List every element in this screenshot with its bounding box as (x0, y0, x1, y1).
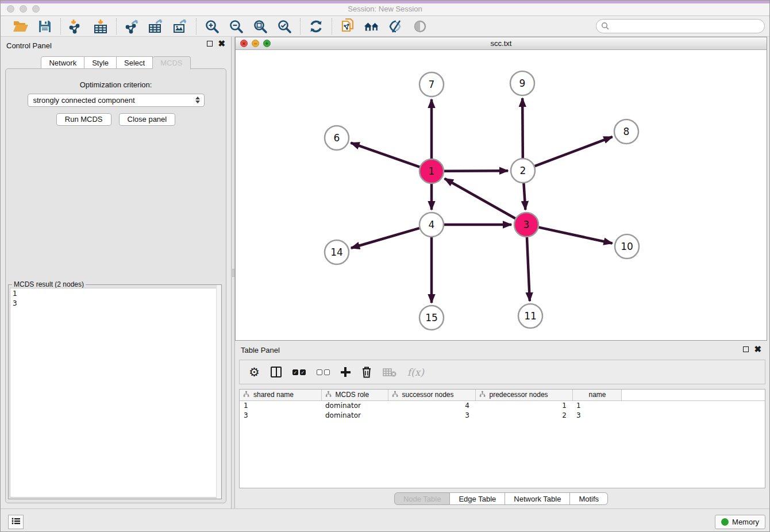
column-header-mcds-role[interactable]: MCDS role (321, 390, 388, 400)
tab-motifs[interactable]: Motifs (570, 492, 608, 505)
search-input[interactable] (596, 19, 765, 33)
tab-network-table[interactable]: Network Table (505, 492, 570, 505)
zoom-out-icon[interactable] (228, 18, 244, 34)
select-all-icon[interactable]: ✓✓ (292, 365, 306, 380)
zoom-selected-icon[interactable] (276, 18, 292, 34)
close-panel-button[interactable]: Close panel (119, 113, 176, 126)
panel-splitter[interactable] (231, 37, 235, 508)
delete-table-icon[interactable] (383, 365, 396, 380)
tab-node-table[interactable]: Node Table (394, 492, 451, 505)
clone-network-icon[interactable] (340, 18, 356, 34)
float-panel-icon[interactable] (207, 41, 213, 47)
cell-successor-nodes[interactable]: 3 (388, 410, 475, 420)
export-network-icon[interactable] (124, 18, 140, 34)
cell-mcds-role[interactable]: dominator (321, 400, 388, 410)
control-panel: Control Panel ✖ Network Style Select MCD… (1, 37, 231, 508)
column-header-predecessor-nodes[interactable]: predecessor nodes (475, 390, 572, 400)
open-session-icon[interactable] (13, 18, 29, 34)
control-panel-title: Control Panel (6, 41, 52, 50)
node-table-container: shared name MCDS role successor nodes pr… (239, 389, 765, 488)
graph-edge-3-11[interactable] (527, 237, 530, 301)
column-header-name[interactable]: name (572, 390, 621, 400)
tab-mcds[interactable]: MCDS (153, 56, 190, 70)
graph-edge-2-8[interactable] (535, 137, 613, 166)
graph-edge-2-3[interactable] (523, 183, 525, 210)
zoom-in-icon[interactable] (204, 18, 220, 34)
import-table-icon[interactable] (93, 18, 109, 34)
column-header-shared-name[interactable]: shared name (240, 390, 321, 400)
table-toolbar: ⚙ ✓✓ f(x) (239, 360, 765, 384)
run-mcds-button[interactable]: Run MCDS (56, 113, 111, 126)
table-row[interactable]: 3 dominator 3 2 3 (240, 410, 765, 420)
save-session-icon[interactable] (37, 18, 53, 34)
tab-edge-table[interactable]: Edge Table (450, 492, 505, 505)
eye-icon[interactable] (412, 18, 428, 34)
column-header-successor-nodes[interactable]: successor nodes (388, 390, 475, 400)
toggle-visibility-icon[interactable] (388, 18, 404, 34)
function-builder-icon[interactable]: f(x) (407, 365, 424, 380)
graph-edge-1-2[interactable] (444, 171, 508, 171)
graph-node-label-9: 9 (519, 78, 526, 89)
optimization-criterion-value: strongly connected component (33, 96, 135, 105)
cell-predecessor-nodes[interactable]: 1 (475, 400, 572, 410)
search-field-wrap (596, 19, 765, 33)
panel-list-button[interactable] (8, 515, 24, 529)
cell-predecessor-nodes[interactable]: 2 (475, 410, 572, 420)
mcds-panel: Optimization criterion: strongly connect… (5, 68, 226, 503)
graph-node-label-4: 4 (429, 219, 435, 230)
optimization-criterion-select[interactable]: strongly connected component (28, 94, 205, 107)
graph-node-label-10: 10 (621, 241, 633, 252)
apply-layout-icon[interactable] (308, 18, 324, 34)
float-panel-icon[interactable] (743, 346, 749, 352)
import-network-icon[interactable] (68, 18, 84, 34)
table-header-row: shared name MCDS role successor nodes pr… (240, 390, 765, 400)
cell-shared-name[interactable]: 3 (240, 410, 321, 420)
add-column-icon[interactable] (341, 365, 351, 380)
mcds-result-title: MCDS result (2 nodes) (12, 280, 86, 288)
network-view-window: × − + scc.txt 1234678910111415 (235, 37, 767, 341)
tab-style[interactable]: Style (84, 56, 117, 69)
cell-name[interactable]: 1 (572, 400, 621, 410)
network-window-titlebar[interactable]: × − + scc.txt (236, 37, 767, 50)
split-panel-icon[interactable] (271, 365, 282, 380)
main-toolbar (1, 16, 769, 37)
cell-shared-name[interactable]: 1 (240, 400, 321, 410)
cell-successor-nodes[interactable]: 4 (388, 400, 475, 410)
export-image-icon[interactable] (172, 18, 188, 34)
graph-edge-3-10[interactable] (538, 228, 612, 244)
graph-edge-3-1[interactable] (445, 179, 515, 218)
column-type-icon (392, 391, 398, 399)
graph-node-label-11: 11 (524, 310, 537, 322)
graph-edge-4-14[interactable] (351, 228, 419, 248)
tab-network[interactable]: Network (41, 56, 84, 69)
home-icon[interactable] (364, 18, 380, 34)
network-canvas[interactable]: 1234678910111415 (236, 50, 767, 340)
splitter-grip[interactable] (232, 269, 234, 277)
cell-name[interactable]: 3 (572, 410, 621, 420)
export-table-icon[interactable] (148, 18, 164, 34)
mcds-result-scrollbar[interactable] (216, 285, 221, 499)
table-row[interactable]: 1 dominator 4 1 1 (240, 400, 765, 410)
zoom-fit-icon[interactable] (252, 18, 268, 34)
node-table: shared name MCDS role successor nodes pr… (240, 390, 765, 420)
delete-column-icon[interactable] (361, 365, 372, 380)
tab-select[interactable]: Select (117, 56, 153, 69)
table-settings-icon[interactable]: ⚙ (249, 365, 260, 380)
mcds-result-textarea[interactable]: 1 3 (10, 288, 220, 498)
column-type-icon (479, 391, 486, 399)
deselect-all-icon[interactable] (317, 365, 330, 380)
memory-button[interactable]: Memory (715, 515, 765, 529)
list-icon (11, 517, 21, 527)
control-panel-tabs: Network Style Select MCDS (1, 56, 231, 70)
column-type-icon (243, 391, 249, 399)
graph-edge-1-6[interactable] (351, 143, 420, 167)
graph-node-label-2: 2 (520, 165, 526, 176)
graph-node-label-3: 3 (523, 219, 530, 230)
close-panel-icon[interactable]: ✖ (218, 41, 225, 47)
network-window-title: scc.txt (236, 39, 767, 48)
graph-edge-2-9[interactable] (522, 98, 523, 158)
cell-mcds-role[interactable]: dominator (321, 410, 388, 420)
graph-node-label-1: 1 (429, 165, 435, 177)
close-panel-icon[interactable]: ✖ (754, 346, 761, 352)
optimization-criterion-label: Optimization criterion: (6, 80, 226, 89)
